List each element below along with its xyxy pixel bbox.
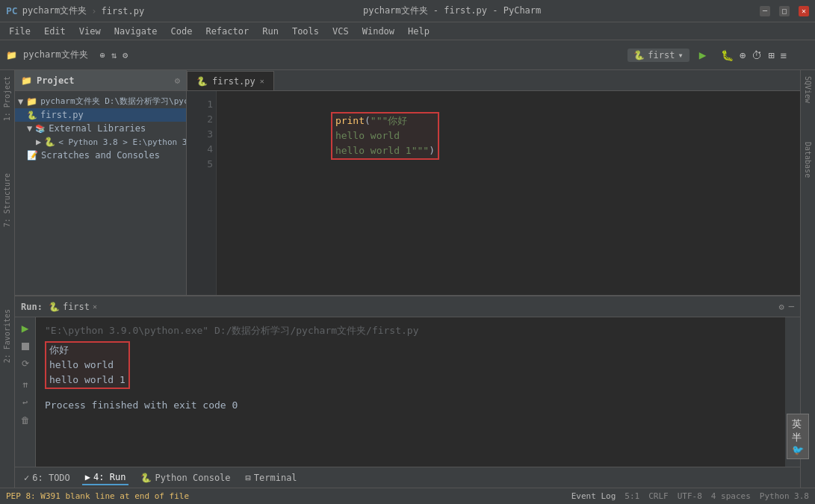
app-container: PC pycharm文件夹 › first.py pycharm文件夹 - fi…: [0, 0, 815, 504]
editor-tab-first-py[interactable]: 🐍 first.py ✕: [187, 71, 274, 90]
run-scroll-button[interactable]: ⇈: [18, 377, 33, 392]
line-num-4: 4: [190, 142, 213, 157]
status-python[interactable]: Python 3.8: [760, 491, 809, 501]
run-tab-first[interactable]: 🐍 first ✕: [49, 302, 97, 312]
left-strip-structure[interactable]: 7: Structure: [1, 170, 13, 230]
tree-sdk-label: < Python 3.8 > E:\python 3.9.0\python.ex…: [58, 137, 186, 147]
run-rerun-button[interactable]: ⟳: [18, 356, 33, 371]
run-label: Run:: [21, 302, 43, 312]
editor-section: 📁 Project ⚙ ▼ 📁 pycharm文件夹 D:\数据分析学习\pyc…: [15, 70, 800, 295]
code-str-3: hello world 1""": [335, 145, 429, 156]
tree-scratches[interactable]: 📝 Scratches and Consoles: [15, 149, 186, 162]
todo-label: 6: TODO: [32, 473, 70, 483]
project-options[interactable]: ⚙: [175, 75, 180, 86]
status-encoding[interactable]: UTF-8: [678, 491, 702, 501]
tree-root-label: pycharm文件夹 D:\数据分析学习\pycharm文件夹: [40, 96, 186, 107]
right-scview-label[interactable]: SQView: [802, 73, 814, 106]
menu-refactor[interactable]: Refactor: [199, 25, 255, 38]
lib-icon: 📚: [35, 124, 46, 134]
maximize-button[interactable]: □: [779, 6, 790, 16]
line-num-2: 2: [190, 112, 213, 127]
scratches-icon: 📝: [27, 150, 38, 161]
menu-help[interactable]: Help: [402, 25, 436, 38]
toolbar-icon-3[interactable]: ⚙: [123, 50, 128, 60]
run-config-label: first: [648, 50, 675, 60]
editor-area: 🐍 first.py ✕ 1 2 3 4 5: [187, 70, 800, 295]
profile-button[interactable]: ⏱: [750, 48, 763, 63]
menu-window[interactable]: Window: [356, 25, 400, 38]
menu-vcs[interactable]: VCS: [326, 25, 355, 38]
tree-python-icon: 🐍: [44, 137, 55, 147]
title-file: first.py: [101, 6, 144, 16]
tree-file-first-py[interactable]: 🐍 first.py: [15, 108, 186, 122]
run-actions: ▶ ⏹ ⟳ ⇈ ↩ 🗑: [15, 317, 36, 467]
concurrency-button[interactable]: ⊞: [766, 48, 775, 63]
bottom-panel: Run: 🐍 first ✕ ⚙ ─ ▶: [15, 295, 800, 467]
menu-code[interactable]: Code: [165, 25, 199, 38]
line-num-3: 3: [190, 127, 213, 142]
toolbar-icon-1[interactable]: ⊕: [100, 50, 105, 60]
toolbar-icon-2[interactable]: ⇅: [111, 50, 117, 60]
tree-lib-expand-icon: ▼: [27, 123, 32, 134]
menu-edit[interactable]: Edit: [38, 25, 72, 38]
right-database-label[interactable]: Database: [802, 139, 814, 181]
run-stop-button[interactable]: ⏹: [18, 338, 33, 353]
run-config-arrow[interactable]: ▾: [678, 50, 683, 60]
editor-inner[interactable]: print("""你好 hello world hello world 1"""…: [217, 91, 800, 295]
left-strip-favorites[interactable]: 2: Favorites: [1, 306, 13, 366]
output-line-2: hello world: [49, 358, 125, 373]
menu-tools[interactable]: Tools: [286, 25, 325, 38]
project-title: Project: [37, 75, 75, 86]
run-button[interactable]: ▶: [695, 48, 710, 63]
tree-python-sdk[interactable]: ▶ 🐍 < Python 3.8 > E:\python 3.9.0\pytho…: [15, 135, 186, 149]
status-line-ending[interactable]: CRLF: [648, 491, 669, 501]
tree-root-folder[interactable]: ▼ 📁 pycharm文件夹 D:\数据分析学习\pycharm文件夹: [15, 94, 186, 108]
menu-view[interactable]: View: [73, 25, 107, 38]
toolbar: 📁 pycharm文件夹 ⊕ ⇅ ⚙ 🐍 first ▾ ▶ 🐛 ⊕ ⏱ ⊞ ≡: [0, 40, 815, 70]
editor-and-panel: 📁 Project ⚙ ▼ 📁 pycharm文件夹 D:\数据分析学习\pyc…: [15, 70, 800, 467]
minimize-button[interactable]: ─: [760, 6, 770, 16]
tree-external-libs[interactable]: ▼ 📚 External Libraries: [15, 122, 186, 135]
project-folder-icon: 📁: [21, 75, 32, 86]
menu-file[interactable]: File: [3, 25, 37, 38]
menu-run[interactable]: Run: [256, 25, 285, 38]
run-play-button[interactable]: ▶: [18, 320, 33, 335]
code-str-2: hello world: [335, 130, 400, 141]
python-console-icon: 🐍: [140, 473, 152, 483]
tree-expand-icon: ▼: [18, 96, 23, 107]
status-position: 5:1: [625, 491, 639, 501]
cn-overlay[interactable]: 英半🐦: [787, 414, 809, 459]
center-area: 📁 Project ⚙ ▼ 📁 pycharm文件夹 D:\数据分析学习\pyc…: [15, 70, 800, 488]
project-tree: ▼ 📁 pycharm文件夹 D:\数据分析学习\pycharm文件夹 🐍 fi…: [15, 91, 186, 295]
code-area[interactable]: print("""你好 hello world hello world 1"""…: [217, 91, 800, 211]
close-button[interactable]: ✕: [799, 6, 809, 16]
more-button[interactable]: ≡: [779, 48, 788, 63]
status-warning[interactable]: PEP 8: W391 blank line at end of file: [6, 491, 189, 501]
tool-terminal[interactable]: ⊟ Terminal: [243, 471, 300, 485]
run-icon: ▶: [85, 472, 90, 482]
run-cmd-line: "E:\python 3.9.0\python.exe" D:/数据分析学习/p…: [45, 323, 776, 338]
run-wrap-button[interactable]: ↩: [18, 395, 33, 410]
bottom-toolbar: ✓ 6: TODO ▶ 4: Run 🐍 Python Console ⊟ Te…: [15, 467, 800, 488]
tab-file-icon: 🐍: [196, 76, 208, 87]
output-highlight-box: 你好 hello world hello world 1: [45, 341, 130, 389]
run-tab-close[interactable]: ✕: [93, 302, 97, 311]
run-settings-icon[interactable]: ⚙: [779, 302, 784, 312]
toolbar-project-icon: 📁: [6, 50, 17, 60]
run-minimize-icon[interactable]: ─: [789, 302, 794, 312]
status-indent[interactable]: 4 spaces: [711, 491, 751, 501]
menu-navigate[interactable]: Navigate: [108, 25, 164, 38]
event-log[interactable]: Event Log: [571, 491, 616, 501]
run-trash-button[interactable]: 🗑: [18, 413, 33, 428]
tab-close-button[interactable]: ✕: [260, 77, 264, 85]
coverage-button[interactable]: ⊕: [738, 48, 747, 63]
toolbar-actions: 🐛 ⊕ ⏱ ⊞ ≡: [719, 48, 788, 63]
app-logo: PC: [6, 5, 18, 16]
left-strip-project[interactable]: 1: Project: [1, 73, 13, 124]
tool-python-console[interactable]: 🐍 Python Console: [137, 471, 233, 485]
run-tab-text: first: [63, 302, 90, 312]
tool-run[interactable]: ▶ 4: Run: [82, 470, 129, 485]
tool-todo[interactable]: ✓ 6: TODO: [21, 471, 73, 485]
debug-button[interactable]: 🐛: [719, 48, 735, 63]
code-str-1: """你好: [371, 115, 407, 126]
